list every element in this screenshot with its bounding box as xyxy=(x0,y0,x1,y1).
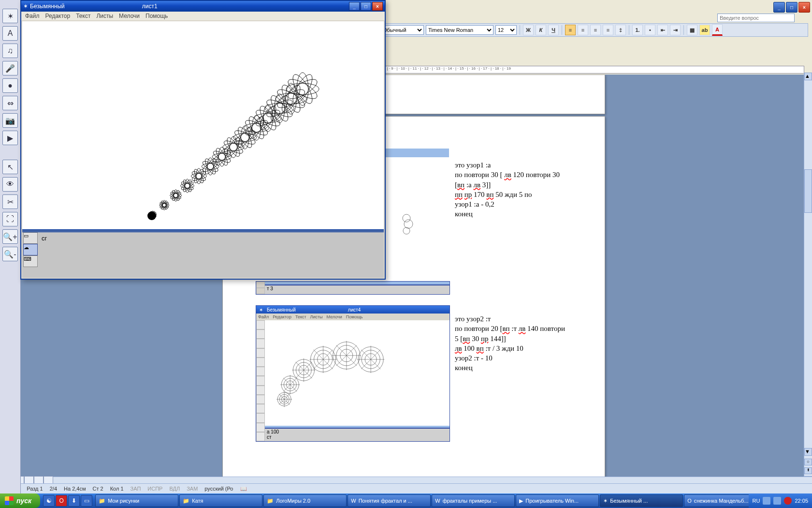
tray-clock[interactable]: 22:05 xyxy=(795,498,808,504)
svg-point-90 xyxy=(185,179,190,193)
task-катя[interactable]: 📁Катя xyxy=(179,494,262,507)
font-select[interactable]: Times New Roman xyxy=(426,25,493,35)
svg-point-100 xyxy=(191,170,207,182)
app-icon: ✶ xyxy=(23,3,28,10)
menu-sheets[interactable]: Листы xyxy=(96,13,113,19)
mini1-toolcol xyxy=(256,282,265,294)
turtle-icon[interactable]: ✶ xyxy=(2,9,18,23)
code-block-2[interactable]: это узор2 :т по повтори 20 [вп :т лв 140… xyxy=(455,314,595,373)
font-size-select[interactable]: 12 xyxy=(495,25,517,35)
svg-point-88 xyxy=(180,180,194,191)
eye-icon[interactable]: 👁 xyxy=(2,177,18,192)
increase-indent-button[interactable]: ⇥ xyxy=(670,25,681,35)
status-book-icon[interactable]: 📖 xyxy=(240,486,247,492)
bulleted-list-button[interactable]: • xyxy=(645,25,655,35)
windows-taskbar: пуск ☯ O ⬇ ▭ 📁Мои рисунки📁Катя📁ЛогоМиры … xyxy=(0,493,812,508)
task-понятия-фрактал-и-[interactable]: WПонятия фрактал и ... xyxy=(348,494,431,507)
svg-point-126 xyxy=(218,147,225,166)
menu-misc[interactable]: Мелочи xyxy=(119,13,140,19)
minimize-button[interactable]: _ xyxy=(773,2,785,13)
border-button[interactable]: ▦ xyxy=(687,25,697,35)
task-label: снежинка Мандельб... xyxy=(694,498,749,504)
menu-file[interactable]: Файл xyxy=(25,13,40,19)
ql-desktop-icon[interactable]: ▭ xyxy=(81,495,92,507)
style-select[interactable]: Обычный xyxy=(380,25,424,35)
mini2-title: ✶Безымянный лист4 xyxy=(256,306,450,314)
ql-messenger-icon[interactable]: ☯ xyxy=(43,495,55,507)
svg-point-103 xyxy=(193,168,205,184)
svg-point-2 xyxy=(403,227,410,234)
menu-text[interactable]: Текст xyxy=(76,13,90,19)
slider-icon[interactable]: ⇔ xyxy=(2,96,18,110)
tray-icon-1[interactable] xyxy=(763,497,770,505)
svg-point-124 xyxy=(212,149,232,164)
pointer-icon[interactable]: ↖ xyxy=(2,160,18,174)
logomiry-titlebar[interactable]: ✶ Безымянный лист1 _ □ × xyxy=(21,1,385,12)
ql-opera-icon[interactable]: O xyxy=(56,495,67,507)
svg-point-152 xyxy=(233,128,257,147)
windows-logo-icon xyxy=(5,496,14,505)
mini2-cmd: а 100 ст xyxy=(265,428,450,441)
zoom-in-icon[interactable]: 🔍+ xyxy=(2,229,18,244)
sheet-name: лист1 xyxy=(142,3,158,10)
logomiry-canvas[interactable] xyxy=(22,21,384,231)
maximize-button[interactable]: □ xyxy=(786,2,798,13)
word-vertical-scrollbar[interactable]: ▲ ▼ ○ ⬆ ⬇ xyxy=(804,73,812,485)
svg-point-109 xyxy=(203,157,218,175)
cmd-tab-3[interactable]: ⌨ xyxy=(23,255,38,267)
numbered-list-button[interactable]: 1. xyxy=(632,25,643,35)
play-icon[interactable]: ▶ xyxy=(2,131,18,145)
start-button[interactable]: пуск xyxy=(0,493,40,508)
task-label: Проигрыватель Win... xyxy=(525,498,579,504)
svg-point-169 xyxy=(257,104,279,132)
menu-editor[interactable]: Редактор xyxy=(45,13,71,19)
tray-icon-2[interactable] xyxy=(773,497,781,505)
word-view-buttons-bar xyxy=(0,477,812,484)
code-block-1[interactable]: это узор1 :а по повтори 30 [ лв 120 повт… xyxy=(455,160,595,219)
task-логомиры-2-0[interactable]: 📁ЛогоМиры 2.0 xyxy=(263,494,347,507)
align-center-button[interactable]: ≡ xyxy=(578,25,588,35)
svg-point-102 xyxy=(196,168,202,184)
mic-icon[interactable]: 🎤 xyxy=(2,61,18,75)
cmd-tab-1[interactable]: ▭ xyxy=(23,232,38,244)
stamp-icon[interactable]: ⛶ xyxy=(2,212,18,226)
italic-button[interactable]: К xyxy=(536,25,546,35)
line-spacing-button[interactable]: ‡ xyxy=(615,25,626,35)
logo-maximize-button[interactable]: □ xyxy=(361,2,371,11)
task-безымянный-[interactable]: ✶Безымянный ... xyxy=(600,494,683,507)
abc-icon[interactable]: A xyxy=(2,26,18,41)
ql-download-icon[interactable]: ⬇ xyxy=(68,495,80,507)
task-снежинка-мандельб-[interactable]: Oснежинка Мандельб... xyxy=(684,494,748,507)
task-мои-рисунки[interactable]: 📁Мои рисунки xyxy=(95,494,178,507)
tray-icon-3[interactable] xyxy=(784,497,792,505)
menu-help[interactable]: Помощь xyxy=(145,13,168,19)
decrease-indent-button[interactable]: ⇤ xyxy=(657,25,668,35)
align-right-button[interactable]: ≡ xyxy=(590,25,601,35)
logo-close-button[interactable]: × xyxy=(372,2,383,11)
svg-point-95 xyxy=(193,168,205,184)
task-проигрыватель-win-[interactable]: ▶Проигрыватель Win... xyxy=(516,494,599,507)
record-icon[interactable]: ● xyxy=(2,78,18,93)
camera-icon[interactable]: 📷 xyxy=(2,113,18,128)
command-input[interactable]: сг xyxy=(42,235,47,242)
align-left-button[interactable]: ≡ xyxy=(565,25,576,35)
cmd-tab-2[interactable]: ☁ xyxy=(23,244,38,255)
underline-button[interactable]: Ч xyxy=(548,25,559,35)
svg-point-97 xyxy=(193,168,205,184)
svg-point-125 xyxy=(214,147,230,167)
tray-lang[interactable]: RU xyxy=(753,498,760,504)
bold-button[interactable]: Ж xyxy=(523,25,534,35)
svg-point-1 xyxy=(404,220,413,228)
music-icon[interactable]: ♫ xyxy=(2,44,18,58)
scissors-icon[interactable]: ✂ xyxy=(2,194,18,209)
font-color-button[interactable]: A xyxy=(712,24,723,36)
highlight-button[interactable]: ab xyxy=(699,25,710,35)
help-search-input[interactable] xyxy=(717,14,795,22)
align-justify-button[interactable]: ≡ xyxy=(603,25,613,35)
zoom-out-icon[interactable]: 🔍- xyxy=(2,247,18,261)
horizontal-ruler[interactable]: · 8 · | · 9 · | · 10 · | · 11 · | · 12 ·… xyxy=(377,66,804,74)
svg-point-110 xyxy=(201,160,219,174)
close-button[interactable]: × xyxy=(798,2,810,13)
logo-minimize-button[interactable]: _ xyxy=(349,2,360,11)
task-фракталы-примеры-[interactable]: Wфракталы примеры ... xyxy=(432,494,515,507)
